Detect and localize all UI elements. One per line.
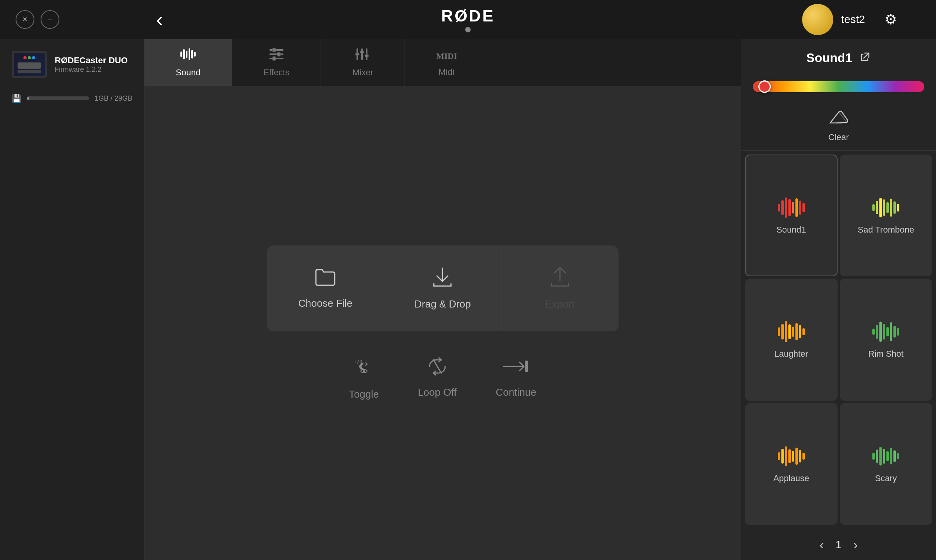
main-layout: RØDECaster DUO Firmware 1.2.2 💾 1GB / 29… <box>0 39 936 560</box>
storage-bar-fill <box>27 96 29 100</box>
sound1-label: Sound1 <box>776 225 806 235</box>
sound-tab-icon <box>180 48 197 64</box>
svg-text:MIDI: MIDI <box>436 51 456 60</box>
choose-file-label: Choose File <box>298 297 353 309</box>
svg-rect-1 <box>183 49 185 59</box>
tab-midi[interactable]: MIDI Midi <box>405 39 488 86</box>
close-button[interactable]: × <box>16 10 34 29</box>
svg-rect-21 <box>363 369 365 373</box>
toggle-control[interactable]: I/O Toggle <box>349 355 379 400</box>
window-controls: × – <box>16 10 59 29</box>
sound-card-rim-shot[interactable]: Rim Shot <box>840 279 932 400</box>
clear-label[interactable]: Clear <box>828 132 849 142</box>
storage-row: 💾 1GB / 29GB <box>12 94 132 103</box>
logo-area: RØDE <box>441 7 495 32</box>
choose-file-action[interactable]: Choose File <box>267 245 384 331</box>
tab-mixer[interactable]: Mixer <box>321 39 405 86</box>
device-info: RØDECaster DUO Firmware 1.2.2 <box>12 51 132 78</box>
svg-point-9 <box>277 52 281 56</box>
scary-waveform <box>872 444 899 468</box>
clear-btn-area: Clear <box>741 100 936 151</box>
applause-label: Applause <box>773 473 809 484</box>
svg-rect-4 <box>191 50 193 59</box>
scary-label: Scary <box>875 473 897 484</box>
sound-card-applause[interactable]: Applause <box>745 403 838 525</box>
sounds-grid: Sound1 Sad Trombone <box>741 151 936 529</box>
svg-point-7 <box>272 48 276 52</box>
storage-label: 1GB / 29GB <box>94 94 132 103</box>
svg-rect-23 <box>525 361 528 372</box>
pagination-row: ‹ 1 › <box>741 529 936 560</box>
midi-tab-icon: MIDI <box>436 48 456 64</box>
svg-rect-2 <box>186 51 187 58</box>
folder-icon <box>314 267 336 291</box>
drag-drop-action[interactable]: Drag & Drop <box>384 245 501 331</box>
export-label: Export <box>545 298 574 310</box>
color-slider-thumb <box>758 80 771 93</box>
sound-card-sound1[interactable]: Sound1 <box>745 155 838 276</box>
device-firmware: Firmware 1.2.2 <box>55 66 128 74</box>
username-label: test2 <box>841 13 865 26</box>
sound-card-scary[interactable]: Scary <box>840 403 932 525</box>
storage-icon: 💾 <box>12 94 21 103</box>
user-area: test2 ⚙ <box>802 4 897 35</box>
loop-control[interactable]: Loop Off <box>418 357 456 398</box>
tab-sound-label: Sound <box>176 68 201 78</box>
svg-rect-5 <box>194 52 196 57</box>
export-action: Export <box>501 245 618 331</box>
svg-rect-3 <box>189 48 190 60</box>
content-area: Sound Effects <box>144 39 741 560</box>
tab-sound[interactable]: Sound <box>144 39 232 86</box>
download-icon <box>431 267 453 292</box>
tab-mixer-label: Mixer <box>352 68 373 78</box>
continue-icon <box>502 357 530 381</box>
sound1-waveform <box>778 196 805 219</box>
sad-trombone-waveform <box>872 196 899 219</box>
device-thumbnail <box>12 51 47 78</box>
prev-page-button[interactable]: ‹ <box>819 537 824 552</box>
tab-bar: Sound Effects <box>144 39 741 86</box>
upload-icon <box>549 267 571 292</box>
device-name: RØDECaster DUO <box>55 55 128 66</box>
toggle-label: Toggle <box>349 388 379 400</box>
effects-tab-icon <box>269 48 284 64</box>
top-bar: × – ‹ RØDE test2 ⚙ <box>0 0 936 39</box>
sidebar: RØDECaster DUO Firmware 1.2.2 💾 1GB / 29… <box>0 39 144 560</box>
drag-drop-label: Drag & Drop <box>414 298 471 310</box>
device-details: RØDECaster DUO Firmware 1.2.2 <box>55 55 128 74</box>
svg-rect-14 <box>366 48 367 60</box>
tab-midi-label: Midi <box>439 67 454 77</box>
svg-rect-0 <box>180 52 182 57</box>
rim-shot-label: Rim Shot <box>868 349 904 359</box>
back-button[interactable]: ‹ <box>156 9 163 30</box>
mixer-tab-icon <box>355 48 371 64</box>
minimize-button[interactable]: – <box>41 10 59 29</box>
eraser-icon <box>829 108 849 129</box>
continue-label: Continue <box>496 386 536 398</box>
next-page-button[interactable]: › <box>853 537 858 552</box>
color-slider-row <box>741 73 936 100</box>
color-slider[interactable] <box>753 81 924 92</box>
right-panel-header: Sound1 <box>741 39 936 73</box>
file-actions-card: Choose File Drag & Drop <box>267 245 619 331</box>
svg-rect-17 <box>365 55 369 57</box>
storage-bar <box>27 96 89 100</box>
svg-point-11 <box>272 57 276 60</box>
tab-effects[interactable]: Effects <box>232 39 321 86</box>
sound-card-sad-trombone[interactable]: Sad Trombone <box>840 155 932 276</box>
sound-name-label: Sound1 <box>806 51 852 65</box>
applause-waveform <box>778 444 805 468</box>
svg-line-22 <box>433 360 441 373</box>
settings-button[interactable]: ⚙ <box>884 11 897 28</box>
toggle-icon: I/O <box>352 355 376 383</box>
continue-control[interactable]: Continue <box>496 357 536 398</box>
main-content: Choose File Drag & Drop <box>144 86 741 560</box>
svg-rect-13 <box>361 48 363 60</box>
loop-label: Loop Off <box>418 386 456 398</box>
sound-card-laughter[interactable]: Laughter <box>745 279 838 400</box>
playback-controls: I/O Toggle <box>349 355 537 400</box>
page-number: 1 <box>836 539 842 551</box>
external-link-icon[interactable] <box>860 51 871 65</box>
tab-effects-label: Effects <box>264 68 290 78</box>
avatar <box>802 4 833 35</box>
